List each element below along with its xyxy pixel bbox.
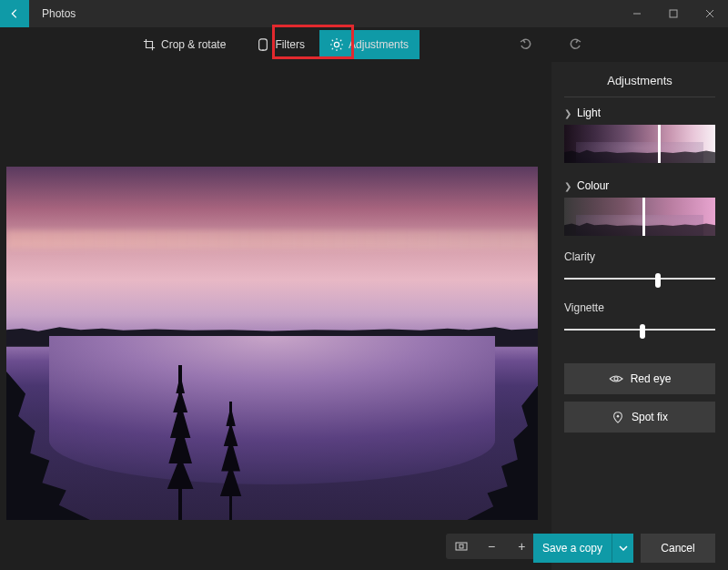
tab-crop-rotate[interactable]: Crop & rotate [132,30,237,59]
svg-rect-2 [259,39,268,50]
titlebar: Photos [0,0,728,27]
tab-label: Filters [275,38,305,51]
adjustments-icon [330,38,343,51]
cancel-button[interactable]: Cancel [641,534,715,563]
spot-fix-icon [612,411,624,423]
tab-filters[interactable]: Filters [246,30,316,59]
app-title: Photos [29,7,76,20]
vignette-thumb[interactable] [640,324,645,339]
tab-label: Adjustments [349,38,409,51]
section-label: Colour [577,179,609,192]
close-button[interactable] [692,0,728,27]
maximize-button[interactable] [655,0,692,27]
back-button[interactable] [0,0,29,27]
clarity-thumb[interactable] [655,273,661,288]
svg-point-7 [614,377,618,381]
panel-title: Adjustments [564,69,715,97]
expand-light[interactable]: ❯ Light [564,97,715,125]
svg-point-4 [334,42,339,46]
filters-icon [257,38,269,51]
fit-button[interactable] [450,535,472,557]
save-copy-button[interactable]: Save a copy [533,534,612,563]
clarity-slider[interactable] [564,278,715,280]
chevron-right-icon: ❯ [564,181,571,191]
zoom-out-button[interactable]: − [480,535,502,557]
light-handle[interactable] [658,125,661,163]
chevron-right-icon: ❯ [564,108,571,118]
svg-rect-5 [456,543,467,550]
eye-icon [609,373,623,384]
editor-toolbar: Crop & rotate Filters Adjustments [0,27,728,62]
red-eye-button[interactable]: Red eye [564,363,715,394]
zoom-controls: − + [446,534,537,559]
tab-label: Crop & rotate [161,38,226,51]
redo-button[interactable] [564,34,586,56]
chevron-down-icon [619,545,628,551]
undo-button[interactable] [515,34,537,56]
crop-icon [143,38,156,51]
svg-point-8 [617,415,620,418]
photo-preview[interactable] [6,167,538,520]
clarity-label: Clarity [564,243,715,270]
fit-icon [455,542,468,551]
redo-icon [568,37,582,52]
save-dropdown-button[interactable] [612,534,633,563]
arrow-left-icon [8,7,21,20]
footer-actions: Save a copy Cancel [533,534,715,563]
window-controls [619,0,728,27]
spot-fix-button[interactable]: Spot fix [564,402,715,433]
tab-adjustments[interactable]: Adjustments [319,30,420,59]
vignette-label: Vignette [564,294,715,321]
colour-handle[interactable] [642,198,645,236]
action-label: Spot fix [632,411,668,423]
section-label: Light [577,107,601,119]
canvas-area: − + [0,62,551,570]
zoom-in-button[interactable]: + [511,535,532,557]
vignette-slider[interactable] [564,329,715,331]
colour-preview-strip[interactable] [564,198,715,236]
light-preview-strip[interactable] [564,125,715,163]
svg-rect-6 [460,545,463,548]
expand-colour[interactable]: ❯ Colour [564,170,715,198]
svg-rect-1 [670,10,677,17]
adjustments-panel: Adjustments ❯ Light ❯ Colour Clarity Vig… [551,62,728,570]
minimize-button[interactable] [619,0,655,27]
action-label: Red eye [631,372,672,385]
undo-icon [519,37,533,52]
